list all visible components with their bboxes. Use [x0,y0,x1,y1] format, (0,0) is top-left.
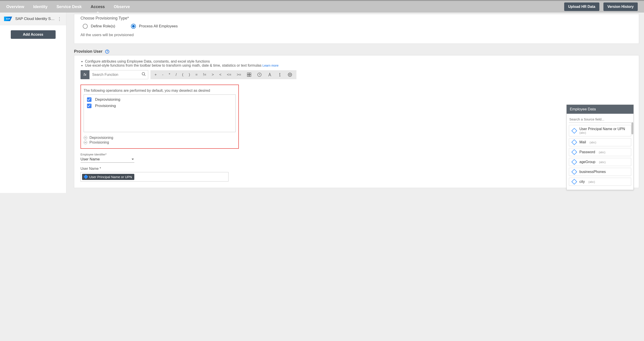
search-function-input[interactable] [90,70,148,79]
op-mult[interactable]: * [169,73,170,77]
diamond-icon [571,169,577,175]
checked-icon [87,104,92,108]
text-tool-icon[interactable] [267,72,272,77]
emp-item-type: (abc) [599,151,606,154]
chip-text: User Principal Name or UPN [89,175,132,179]
op-lt[interactable]: < [219,73,222,77]
radio-process-all-label: Process All Employees [139,24,178,29]
operator-strip: + - * / ( ) = != > < <= >= [150,70,296,79]
op-eq[interactable]: = [195,73,198,77]
remove-icon [84,136,87,140]
emp-item-name: city [580,180,585,184]
emp-item[interactable]: Mail(abc) [569,138,631,146]
emp-item-type: (abc) [590,141,596,144]
svg-point-7 [280,73,280,74]
info-tool-icon[interactable] [278,72,282,77]
emp-item-type: (abc) [588,180,595,184]
radio-unselected-icon [83,24,88,29]
sidebar-app-name: SAP Cloud Identity S… [15,17,57,21]
emp-search-input[interactable] [569,116,631,123]
remove-icon [84,141,87,144]
op-div[interactable]: / [176,73,177,77]
op-gt[interactable]: > [212,73,214,77]
checkbox-prov-label: Provisioning [95,104,116,108]
op-lte[interactable]: <= [227,73,232,77]
default-operations-box: The following operations are performed b… [80,85,239,149]
nav-overview[interactable]: Overview [6,5,24,9]
op-plus[interactable]: + [154,73,157,77]
username-label: User Name * [80,167,632,171]
checkbox-deprovisioning[interactable]: Deprovisioning [87,97,232,102]
top-nav: Overview Identity Service Desk Access Ob… [6,5,130,9]
svg-rect-5 [249,75,251,77]
emp-item[interactable]: ageGroup(abc) [569,158,631,166]
left-sidebar: SAP SAP Cloud Identity S… ⋮ Add Access [0,13,66,193]
nav-identity[interactable]: Identity [33,5,48,9]
provision-user-card: Configure attributes using Employee Data… [74,55,639,188]
nav-service-desk[interactable]: Service Desk [56,5,82,9]
section-title: Provision User ? [74,49,644,54]
clock-tool-icon[interactable] [257,72,262,77]
emp-id-select[interactable]: User Name [80,157,134,163]
op-minus[interactable]: - [162,73,164,77]
checkbox-provisioning[interactable]: Provisioning [87,104,232,108]
radio-define-roles[interactable]: Define Role(s) [83,24,115,29]
fx-icon: fx [80,70,90,79]
emp-id-label: Employee Identifier* [80,153,632,156]
emp-item-name: Mail [580,140,586,144]
emp-item-name: businessPhones [580,170,606,174]
emp-item-name: User Principal Name or UPN [580,127,625,131]
svg-point-0 [142,73,145,75]
search-icon[interactable] [142,72,146,78]
nav-observe[interactable]: Observe [114,5,130,9]
upload-hr-data-button[interactable]: Upload HR Data [564,3,600,11]
employee-data-panel: Employee Data User Principal Name or UPN… [566,105,634,190]
op-rparen[interactable]: ) [189,73,190,77]
emp-item[interactable]: User Principal Name or UPN(abc) [569,125,631,136]
op-gte[interactable]: >= [237,73,241,77]
svg-rect-3 [249,73,251,75]
sel-prov-label: Provisioning [90,140,109,144]
svg-rect-2 [247,73,249,75]
diamond-icon [84,175,88,179]
diamond-icon [571,139,577,145]
top-bar: Overview Identity Service Desk Access Ob… [0,0,644,13]
op-lparen[interactable]: ( [182,73,184,77]
diamond-icon [571,179,577,184]
emp-item-name: ageGroup [580,160,595,164]
sidebar-app-row[interactable]: SAP SAP Cloud Identity S… ⋮ [0,13,66,25]
sap-logo-icon: SAP [4,17,12,21]
provisioning-type-card: Choose Provisioning Type* Define Role(s)… [74,14,639,44]
radio-selected-icon [131,24,136,29]
help-icon[interactable]: ? [105,50,109,54]
selected-deprovisioning[interactable]: Deprovisioning [84,136,236,140]
version-history-button[interactable]: Version History [604,3,638,11]
op-neq[interactable]: != [203,73,206,77]
ops-desc: The following operations are performed b… [84,89,236,93]
svg-line-1 [144,75,146,76]
kebab-icon[interactable]: ⋮ [57,17,62,21]
selected-provisioning[interactable]: Provisioning [84,140,236,144]
nav-access[interactable]: Access [90,5,105,9]
learn-more-link[interactable]: Learn more [262,64,278,67]
svg-rect-4 [247,75,249,77]
info-bullet-2: Use excel-style functions from the toolb… [85,64,632,68]
emp-item[interactable]: city(abc) [569,178,631,186]
logic-tool-icon[interactable] [288,72,292,77]
checked-icon [87,97,92,102]
emp-panel-title: Employee Data [567,105,634,114]
add-access-button[interactable]: Add Access [11,30,56,39]
function-bar: fx + - * / ( ) = != > < [80,70,632,79]
sel-deprov-label: Deprovisioning [90,136,113,140]
math-tool-icon[interactable] [247,72,252,77]
chip-upn[interactable]: User Principal Name or UPN [82,174,134,180]
radio-process-all[interactable]: Process All Employees [131,24,178,29]
scrollbar-thumb[interactable] [632,122,633,134]
diamond-icon [571,128,577,134]
username-chip-input[interactable]: User Principal Name or UPN [80,172,228,181]
emp-item-type: (abc) [599,160,606,164]
emp-item[interactable]: Password(abc) [569,148,631,156]
emp-item[interactable]: businessPhones [569,168,631,176]
emp-id-value: User Name [80,157,100,162]
chevron-down-icon [132,159,134,160]
